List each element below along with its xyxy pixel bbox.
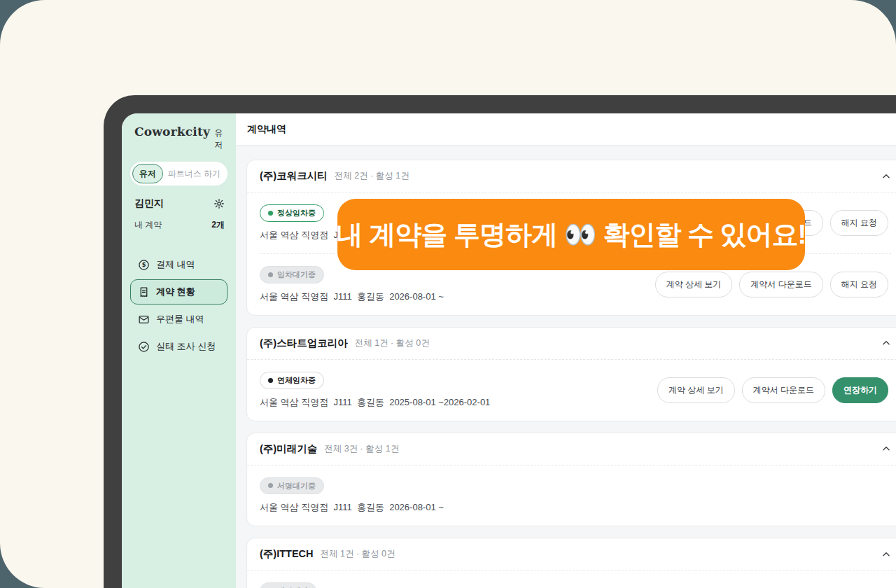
company-card-header[interactable]: (주)스타트업코리아 전체 1건 · 활성 0건 <box>247 328 896 359</box>
company-name: (주)미래기술 <box>260 442 317 456</box>
contract-row: 연체임차중 서울 역삼 직영점 J111 홍길동 2025-08-01 ~202… <box>247 360 896 421</box>
status-badge: 정상임차중 <box>260 204 324 222</box>
contract-download-button[interactable]: 계약서 다운로드 <box>742 377 825 403</box>
contract-actions: 계약 상세 보기 계약서 다운로드 연장하기 <box>657 377 888 403</box>
toggle-user-button[interactable]: 유저 <box>132 164 163 183</box>
chevron-up-icon <box>881 338 891 348</box>
sidebar-item-mail[interactable]: 우편물 내역 <box>130 307 227 332</box>
status-badge: 연체임차중 <box>260 372 324 389</box>
device-frame: Coworkcity 유저 유저 파트너스 하기 김민지 <box>104 95 896 588</box>
company-card-header[interactable]: (주)코워크시티 전체 2건 · 활성 1건 <box>247 160 896 192</box>
sidebar-item-label: 실태 조사 신청 <box>156 340 216 353</box>
dollar-circle-icon: $ <box>138 259 150 271</box>
company-meta: 전체 1건 · 활성 0건 <box>321 548 396 560</box>
contract-row: 계약해지 서울 역삼 직영점 J111 홍길동 2022-08-01 계약 상세… <box>247 570 896 588</box>
page-header: 계약내역 <box>236 113 896 146</box>
collapse-button[interactable] <box>881 338 891 348</box>
contract-detail-button[interactable]: 계약 상세 보기 <box>655 272 733 298</box>
terminate-request-button[interactable]: 해지 요청 <box>830 272 888 298</box>
status-badge: 임차대기중 <box>260 266 324 284</box>
company-card-header[interactable]: (주)ITTECH 전체 1건 · 활성 0건 <box>247 538 896 570</box>
company-name: (주)ITTECH <box>260 547 314 561</box>
brand-logo: Coworkcity 유저 <box>130 125 227 151</box>
contract-row: 서명대기중 서울 역삼 직영점 J111 홍길동 2026-08-01 ~ <box>247 465 896 526</box>
contract-doc-icon <box>138 286 150 298</box>
check-circle-icon <box>138 341 150 353</box>
status-badge: 계약해지 <box>260 582 316 588</box>
my-contract-label: 내 계약 <box>134 219 162 231</box>
status-dot-icon <box>268 272 273 277</box>
company-card-header[interactable]: (주)미래기술 전체 3건 · 활성 1건 <box>247 433 896 465</box>
promo-banner: 내 계약을 투명하게 👀 확인할 수 있어요! <box>337 199 805 270</box>
collapse-button[interactable] <box>881 550 891 559</box>
status-dot-icon <box>268 211 273 216</box>
contract-detail-text: 서울 역삼 직영점 J111 홍길동 2026-08-01 ~ <box>260 501 444 514</box>
sidebar-item-label: 결제 내역 <box>156 258 195 271</box>
company-card: (주)ITTECH 전체 1건 · 활성 0건 <box>246 538 896 588</box>
status-label: 연체임차중 <box>277 375 316 386</box>
chevron-up-icon <box>881 444 891 454</box>
sidebar-item-contracts[interactable]: 계약 현황 <box>130 279 227 304</box>
terminate-request-button[interactable]: 해지 요청 <box>830 210 888 236</box>
my-contract-summary: 내 계약 2개 <box>130 219 227 231</box>
company-name: (주)스타트업코리아 <box>260 337 348 350</box>
sidebar-item-payments[interactable]: $ 결제 내역 <box>130 252 227 277</box>
company-card: (주)스타트업코리아 전체 1건 · 활성 0건 <box>246 327 896 421</box>
collapse-button[interactable] <box>881 172 891 181</box>
sidebar-item-label: 우편물 내역 <box>156 313 204 326</box>
sidebar-item-survey[interactable]: 실태 조사 신청 <box>130 334 227 359</box>
profile-row: 김민지 <box>130 197 227 210</box>
promo-banner-text: 내 계약을 투명하게 👀 확인할 수 있어요! <box>337 217 806 253</box>
svg-text:$: $ <box>142 261 146 268</box>
brand-logo-text: Coworkcity <box>134 125 210 139</box>
contract-actions: 계약 상세 보기 계약서 다운로드 해지 요청 <box>655 272 888 298</box>
sidebar: Coworkcity 유저 유저 파트너스 하기 김민지 <box>122 113 236 588</box>
contract-detail-text: 서울 역삼 직영점 J111 홍길동 2025-08-01 ~2026-02-0… <box>260 396 490 409</box>
status-dot-icon <box>268 483 273 488</box>
company-meta: 전체 1건 · 활성 0건 <box>355 337 430 349</box>
contract-download-button[interactable]: 계약서 다운로드 <box>739 272 822 298</box>
contract-detail-text: 서울 역삼 직영점 J111 홍길동 2026-08-01 ~ <box>260 290 444 303</box>
contract-detail-text: 서울 역삼 직영점 J28 <box>260 229 348 241</box>
main-area: 계약내역 (주)코워크시티 전체 2건 · 활성 1건 <box>236 113 896 588</box>
profile-name: 김민지 <box>134 197 164 210</box>
page-title: 계약내역 <box>247 123 286 134</box>
status-badge: 서명대기중 <box>260 477 324 495</box>
contract-detail-button[interactable]: 계약 상세 보기 <box>657 377 735 403</box>
chevron-up-icon <box>881 172 891 181</box>
status-label: 서명대기중 <box>277 481 316 491</box>
extend-contract-button[interactable]: 연장하기 <box>832 377 888 403</box>
my-contract-count: 2개 <box>211 219 225 231</box>
company-meta: 전체 3건 · 활성 1건 <box>324 443 399 455</box>
company-card: (주)미래기술 전체 3건 · 활성 1건 <box>246 433 896 527</box>
settings-button[interactable] <box>214 198 225 209</box>
gear-icon <box>214 198 225 209</box>
status-dot-icon <box>268 378 273 383</box>
app-window: Coworkcity 유저 유저 파트너스 하기 김민지 <box>122 113 896 588</box>
company-meta: 전체 2건 · 활성 1건 <box>335 170 410 182</box>
account-type-toggle: 유저 파트너스 하기 <box>130 162 227 186</box>
status-label: 임차대기중 <box>277 270 316 280</box>
chevron-up-icon <box>881 550 891 559</box>
collapse-button[interactable] <box>881 444 891 454</box>
brand-logo-suffix: 유저 <box>214 127 227 151</box>
toggle-partner-button[interactable]: 파트너스 하기 <box>163 164 225 183</box>
status-label: 정상임차중 <box>277 208 316 218</box>
mail-icon <box>138 314 150 326</box>
sidebar-item-label: 계약 현황 <box>156 286 195 298</box>
sidebar-menu: $ 결제 내역 계약 현황 <box>130 252 227 359</box>
company-name: (주)코워크시티 <box>260 169 328 183</box>
